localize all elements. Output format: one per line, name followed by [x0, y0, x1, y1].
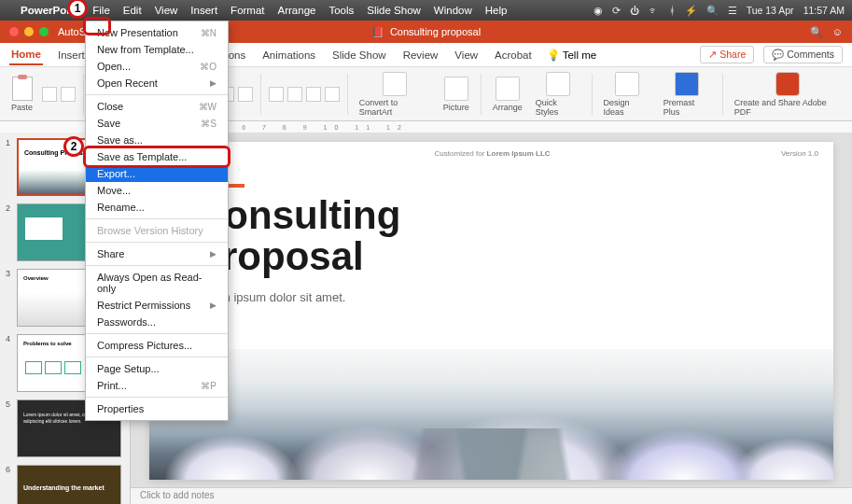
search-icon[interactable]: 🔍 — [810, 26, 823, 38]
tab-slideshow[interactable]: Slide Show — [330, 46, 388, 64]
menubar-date[interactable]: Tue 13 Apr — [747, 5, 794, 16]
status-icon[interactable]: ⏻ — [630, 5, 640, 16]
design-ideas-icon[interactable] — [615, 72, 639, 96]
menu-help[interactable]: Help — [485, 5, 508, 16]
menu-tools[interactable]: Tools — [328, 5, 354, 16]
menu-format[interactable]: Format — [230, 5, 264, 16]
file-menu-dropdown: New Presentation⌘NNew from Template...Op… — [85, 21, 229, 421]
notes-pane[interactable]: Click to add notes — [131, 487, 852, 504]
thumb-number: 3 — [6, 269, 13, 327]
tab-insert[interactable]: Insert — [56, 46, 87, 64]
user-icon[interactable]: ☺ — [832, 26, 843, 38]
menu-insert[interactable]: Insert — [190, 5, 217, 16]
design-ideas-label: Design Ideas — [604, 98, 650, 117]
menu-window[interactable]: Window — [434, 5, 472, 16]
doc-icon: 📕 — [371, 26, 384, 38]
menu-file[interactable]: File — [92, 5, 110, 16]
tab-animations[interactable]: Animations — [260, 46, 317, 64]
quickstyles-icon[interactable] — [546, 72, 570, 96]
arrange-group[interactable]: Arrange — [489, 77, 526, 112]
slide-subtitle[interactable]: Lorem ipsum dolor sit amet. — [196, 290, 833, 304]
file-menu-item[interactable]: Open...⌘O — [86, 58, 228, 75]
thumb-number: 6 — [6, 465, 13, 504]
premast-label: Premast Plus — [663, 98, 711, 117]
file-menu-item[interactable]: Move... — [86, 182, 228, 199]
slide-image — [149, 349, 833, 480]
tab-acrobat[interactable]: Acrobat — [493, 46, 534, 64]
file-menu-item[interactable]: Open Recent▶ — [86, 75, 228, 91]
control-icon[interactable]: ☰ — [728, 5, 737, 16]
status-icon[interactable]: ⟳ — [612, 5, 621, 16]
premast-icon[interactable] — [675, 72, 699, 96]
slide-version: Version 1.0 — [781, 149, 818, 158]
picture-label: Picture — [443, 103, 469, 112]
wifi-icon[interactable]: ᯤ — [649, 5, 660, 16]
adobe-label: Create and Share Adobe PDF — [734, 98, 841, 117]
status-icon[interactable]: ◉ — [594, 5, 603, 16]
file-menu-item[interactable]: Restrict Permissions▶ — [86, 297, 228, 314]
comments-button[interactable]: 💬 Comments — [763, 46, 843, 63]
tab-view[interactable]: View — [453, 46, 480, 64]
current-slide[interactable]: Confidential Customized for Lorem Ipsum … — [149, 142, 833, 480]
menu-slideshow[interactable]: Slide Show — [367, 5, 421, 16]
thumb-number: 1 — [6, 138, 13, 196]
smartart-label: Convert to SmartArt — [359, 98, 430, 117]
premast-group[interactable]: Premast Plus — [660, 72, 715, 117]
file-menu-item[interactable]: Compress Pictures... — [86, 337, 228, 354]
maximize-icon[interactable] — [39, 27, 49, 36]
menubar-status: ◉ ⟳ ⏻ ᯤ ᚼ ⚡ 🔍 ☰ Tue 13 Apr 11:57 AM — [594, 5, 845, 17]
paste-group[interactable]: Paste — [7, 77, 36, 112]
tab-review[interactable]: Review — [401, 46, 440, 64]
smartart-group[interactable]: Convert to SmartArt — [356, 72, 434, 117]
adobe-pdf-group[interactable]: Create and Share Adobe PDF — [731, 72, 845, 117]
file-menu-item[interactable]: Close⌘W — [86, 98, 228, 115]
picture-icon[interactable] — [444, 77, 468, 101]
paste-icon[interactable] — [12, 77, 33, 101]
slide-editor[interactable]: Confidential Customized for Lorem Ipsum … — [131, 133, 852, 504]
window-controls[interactable] — [9, 27, 49, 36]
file-menu-item[interactable]: Browse Version History — [86, 222, 228, 239]
annotation-2: 2 — [63, 136, 84, 157]
file-menu-item[interactable]: Rename... — [86, 199, 228, 216]
design-ideas-group[interactable]: Design Ideas — [600, 72, 654, 117]
bluetooth-icon[interactable]: ᚼ — [669, 5, 676, 16]
paragraph-buttons[interactable] — [269, 87, 340, 102]
file-menu-item[interactable]: Properties — [86, 400, 228, 417]
mac-menubar: PowerPoint File Edit View Insert Format … — [0, 0, 852, 21]
share-button[interactable]: ↗ Share — [700, 46, 754, 63]
slide-title[interactable]: ConsultingProposal — [196, 195, 833, 277]
minimize-icon[interactable] — [24, 27, 34, 36]
menu-edit[interactable]: Edit — [123, 5, 142, 16]
thumbnail-6[interactable]: 6 Understanding the market — [6, 465, 124, 504]
quickstyles-group[interactable]: Quick Styles — [532, 72, 584, 117]
file-menu-item[interactable]: Passwords... — [86, 314, 228, 330]
search-icon[interactable]: 🔍 — [706, 5, 719, 17]
file-menu-item[interactable]: New from Template... — [86, 41, 228, 58]
quickstyles-label: Quick Styles — [536, 98, 580, 117]
smartart-icon[interactable] — [383, 72, 407, 96]
paste-label: Paste — [11, 103, 33, 112]
file-menu-item[interactable]: Save⌘S — [86, 115, 228, 132]
menu-view[interactable]: View — [155, 5, 178, 16]
file-menu-item[interactable]: Share▶ — [86, 245, 228, 262]
file-menu-item[interactable]: Page Setup... — [86, 360, 228, 377]
annotation-export-box — [83, 146, 230, 168]
tell-me[interactable]: 💡 Tell me — [547, 49, 596, 62]
thumb-number: 5 — [6, 399, 13, 457]
picture-group[interactable]: Picture — [440, 77, 473, 112]
slide-customized: Customized for Lorem Ipsum LLC — [435, 149, 551, 158]
file-menu-item[interactable]: Always Open as Read-only — [86, 269, 228, 297]
thumb-number: 4 — [6, 334, 13, 392]
arrange-label: Arrange — [493, 103, 523, 112]
adobe-icon[interactable] — [775, 72, 800, 96]
annotation-file-box — [83, 17, 111, 35]
menubar-time[interactable]: 11:57 AM — [803, 5, 845, 16]
menu-arrange[interactable]: Arrange — [278, 5, 316, 16]
doc-title[interactable]: Consulting proposal — [390, 26, 481, 37]
arrange-icon[interactable] — [496, 77, 520, 101]
tab-home[interactable]: Home — [9, 45, 43, 65]
file-menu-item[interactable]: Print...⌘P — [86, 377, 228, 394]
battery-icon[interactable]: ⚡ — [685, 5, 697, 17]
clipboard-buttons[interactable] — [42, 87, 76, 102]
close-icon[interactable] — [9, 27, 19, 36]
